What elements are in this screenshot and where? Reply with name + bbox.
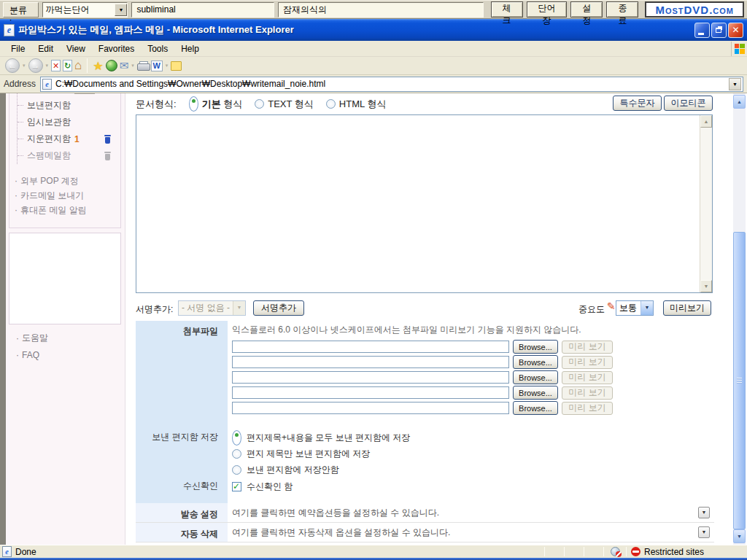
page-scrollbar[interactable]: ▲ ▼: [733, 93, 746, 545]
menu-tools[interactable]: Tools: [141, 42, 174, 56]
menu-view[interactable]: View: [60, 42, 92, 56]
message-body-textarea[interactable]: ▲ ▼: [136, 114, 713, 293]
sidebar-link-faq[interactable]: ·FAQ: [16, 346, 48, 363]
refresh-icon[interactable]: ↻: [63, 60, 72, 71]
edit-with-word-icon[interactable]: W: [151, 61, 163, 71]
browse-button-2[interactable]: Browse...: [513, 355, 558, 369]
preview-button[interactable]: 미리보기: [663, 300, 711, 316]
file-input-2[interactable]: [232, 356, 509, 368]
menu-help[interactable]: Help: [174, 42, 206, 56]
file-row: Browse... 미리 보기: [232, 386, 714, 400]
doc-format-option-basic[interactable]: 기본 형식: [189, 96, 243, 112]
radio-selected-icon[interactable]: [189, 96, 198, 112]
close-button[interactable]: ✕: [728, 23, 743, 38]
expand-auto-delete-icon[interactable]: ▼: [698, 526, 710, 538]
file-input-1[interactable]: [232, 341, 509, 353]
history-icon[interactable]: [106, 60, 117, 71]
check-button[interactable]: 체크: [491, 1, 523, 18]
forward-icon[interactable]: →: [28, 58, 43, 73]
textarea-scrollbar[interactable]: ▲ ▼: [700, 115, 712, 292]
empty-spam-icon[interactable]: [104, 152, 112, 160]
meaning-field[interactable]: 잠재의식의: [278, 2, 484, 18]
file-input-3[interactable]: [232, 371, 509, 384]
word-value: subliminal: [136, 4, 175, 15]
windows-logo-icon: [731, 42, 747, 56]
ie-toolbar: ← ▾ → ▾ ✕ ↻ ⌂ ★ ✉ ▾ W ▾: [0, 57, 747, 75]
options-table: 첨부파일 익스플로러 6.0 이상이나 넷스케이프에서는 첨부파일 미리보기 기…: [136, 321, 714, 542]
dropdown-arrow-icon[interactable]: ▼: [115, 4, 127, 16]
address-input[interactable]: e C:₩Documents and Settings₩Owner₩Deskto…: [40, 77, 743, 92]
radio-icon[interactable]: [255, 99, 264, 109]
address-dropdown-icon[interactable]: ▼: [729, 78, 741, 90]
category-dropdown[interactable]: 까먹는단어 ▼: [42, 2, 128, 18]
sidebar-link-mobile[interactable]: ·휴대폰 메일 알림: [15, 203, 87, 217]
exit-button[interactable]: 종료: [606, 1, 638, 18]
importance-select[interactable]: 보통 ▼: [616, 300, 654, 316]
save-sent-option-title-only[interactable]: 편지 제목만 보낸 편지함에 저장: [232, 446, 714, 462]
browse-button-1[interactable]: Browse...: [513, 340, 558, 354]
wordbook-button[interactable]: 단어장: [527, 1, 568, 18]
empty-trash-icon[interactable]: [104, 135, 112, 144]
add-signature-button[interactable]: 서명추가: [253, 300, 304, 316]
sidebar-item-sent[interactable]: 보낸편지함: [18, 97, 120, 114]
status-bar: e Done Restricted sites: [0, 545, 747, 558]
toolbar-separator: [87, 58, 88, 73]
scroll-up-icon[interactable]: ▲: [700, 115, 712, 128]
discuss-icon[interactable]: [171, 61, 182, 71]
file-input-5[interactable]: [232, 402, 509, 414]
mail-icon[interactable]: ✉: [120, 58, 129, 74]
menu-file[interactable]: File: [4, 42, 31, 56]
settings-button[interactable]: 설정: [570, 1, 603, 18]
forward-dropdown-icon[interactable]: ▾: [46, 63, 49, 69]
emoticon-button[interactable]: 이모티콘: [664, 96, 713, 111]
mail-dropdown-icon[interactable]: ▾: [131, 63, 134, 69]
dropdown-arrow-icon[interactable]: ▼: [640, 301, 653, 315]
folder-label: 보낸편지함: [27, 99, 71, 112]
radio-icon[interactable]: [232, 449, 241, 459]
billing-settings-button[interactable]: 설정: [74, 93, 95, 94]
sidebar-link-help[interactable]: ·도움말: [16, 330, 48, 346]
menu-edit[interactable]: Edit: [31, 42, 60, 56]
scrollbar-thumb[interactable]: [733, 232, 746, 529]
receipt-checkbox-option[interactable]: ✓ 수신확인 함: [232, 478, 714, 494]
expand-send-setting-icon[interactable]: ▼: [698, 507, 710, 518]
status-pane: [586, 547, 602, 557]
scroll-up-icon[interactable]: ▲: [733, 95, 746, 109]
auto-delete-row[interactable]: 자동 삭제 여기를 클릭하면 자동삭제 옵션을 설정하실 수 있습니다. ▼: [136, 523, 714, 542]
word-dropdown-icon[interactable]: ▾: [166, 63, 169, 69]
folder-label: 지운편지함: [27, 133, 71, 145]
file-input-4[interactable]: [232, 386, 509, 399]
doc-format-option-text[interactable]: TEXT 형식: [255, 98, 314, 111]
checkbox-checked-icon[interactable]: ✓: [232, 482, 241, 491]
print-icon[interactable]: [137, 61, 149, 71]
favorites-icon[interactable]: ★: [93, 58, 103, 74]
scroll-down-icon[interactable]: ▼: [733, 529, 746, 543]
sidebar-item-deleted[interactable]: 지운편지함 1: [18, 131, 120, 147]
sidebar-link-cardmail[interactable]: ·카드메일 보내기: [15, 188, 87, 203]
radio-icon[interactable]: [326, 99, 336, 109]
sidebar-item-draft[interactable]: 임시보관함: [18, 114, 120, 131]
special-char-button[interactable]: 특수문자: [613, 96, 662, 111]
radio-selected-icon[interactable]: [232, 430, 241, 446]
word-field[interactable]: subliminal: [131, 2, 274, 18]
save-sent-option-all[interactable]: 편지제목+내용을 모두 보낸 편지함에 저장: [232, 429, 714, 446]
back-icon[interactable]: ←: [5, 58, 20, 73]
sidebar-item-spam[interactable]: 스팸메일함: [18, 147, 120, 164]
stop-icon[interactable]: ✕: [51, 60, 61, 71]
minimize-button[interactable]: [694, 23, 710, 38]
home-icon[interactable]: ⌂: [74, 58, 82, 74]
browse-button-4[interactable]: Browse...: [513, 386, 558, 400]
mail-sidebar: 청구서함 N 설정 보낸편지함 임시보관함 지운편지함 1 스팸메일함: [6, 93, 125, 545]
menu-favorites[interactable]: Favorites: [92, 42, 141, 56]
back-dropdown-icon[interactable]: ▾: [23, 63, 26, 69]
sidebar-link-pop[interactable]: ·외부 POP 계정: [15, 174, 87, 188]
browse-button-5[interactable]: Browse...: [513, 401, 558, 415]
radio-icon[interactable]: [232, 465, 241, 475]
restricted-sites-icon: [631, 547, 640, 556]
send-setting-row[interactable]: 발송 설정 여기를 클릭하면 예약옵션등을 설정하실 수 있습니다. ▼: [136, 503, 714, 523]
save-sent-row: 보낸 편지함 저장 편지제목+내용을 모두 보낸 편지함에 저장 편지 제목만 …: [136, 427, 714, 475]
doc-format-option-html[interactable]: HTML 형식: [326, 98, 387, 111]
browse-button-3[interactable]: Browse...: [513, 370, 558, 384]
restore-button[interactable]: [711, 23, 727, 38]
scroll-down-icon[interactable]: ▼: [700, 280, 712, 292]
